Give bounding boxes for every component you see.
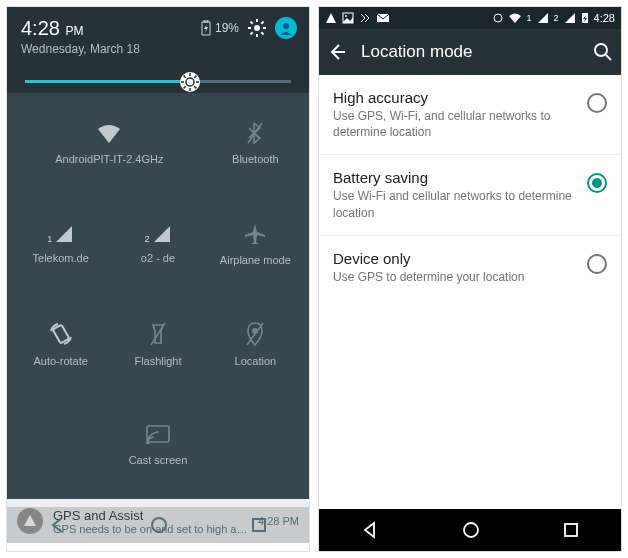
brightness-slider[interactable] <box>25 80 291 83</box>
time-value: 4:28 <box>21 17 60 39</box>
nav-home-icon[interactable] <box>461 520 481 540</box>
notification-shade: 4:28 PM Wednesday, March 18 19% <box>7 7 309 499</box>
flashlight-off-icon <box>149 321 167 347</box>
nav-back-icon[interactable] <box>360 520 380 540</box>
vibrate-icon <box>493 13 503 23</box>
settings-gear-icon[interactable] <box>247 18 267 38</box>
svg-point-0 <box>254 25 260 31</box>
search-icon[interactable] <box>593 42 613 62</box>
sim2-index: 2 <box>144 234 149 244</box>
tile-location-label: Location <box>235 355 277 367</box>
tile-cast[interactable]: Cast screen <box>110 401 205 489</box>
svg-rect-37 <box>565 524 577 536</box>
nfc-icon <box>359 12 371 24</box>
tile-bluetooth[interactable]: Bluetooth <box>208 99 303 187</box>
nav-recent-icon[interactable] <box>562 521 580 539</box>
svg-rect-28 <box>253 519 265 531</box>
time-display: 4:28 PM <box>21 17 201 40</box>
phone-quick-settings: 4:28 PM Wednesday, March 18 19% <box>6 6 310 552</box>
shade-header: 4:28 PM Wednesday, March 18 19% <box>7 7 309 62</box>
tile-autorotate-label: Auto-rotate <box>33 355 87 367</box>
clock-block[interactable]: 4:28 PM Wednesday, March 18 <box>21 17 201 56</box>
svg-line-5 <box>251 22 253 24</box>
signal-icon <box>537 12 549 24</box>
quick-settings-tiles: AndroidPIT-IT-2.4GHz Bluetooth 1 Telekom… <box>7 93 309 499</box>
svg-line-6 <box>261 32 263 34</box>
status-time: 4:28 <box>594 12 615 24</box>
date-display: Wednesday, March 18 <box>21 42 201 56</box>
svg-point-9 <box>283 23 289 29</box>
nav-recent-icon[interactable] <box>251 517 267 533</box>
radio-icon[interactable] <box>587 93 607 113</box>
notification-card[interactable]: GPS and Assist GPS needs to be on and se… <box>7 499 309 543</box>
location-off-icon <box>245 321 265 347</box>
signal-icon <box>152 224 172 244</box>
back-arrow-icon[interactable] <box>327 42 347 62</box>
bluetooth-off-icon <box>246 121 264 145</box>
option-subtitle: Use GPS to determine your location <box>333 269 575 285</box>
sim1-label: 1 <box>527 13 532 23</box>
wifi-icon <box>508 12 522 24</box>
tile-flashlight[interactable]: Flashlight <box>110 300 205 388</box>
status-bar: 1 2 4:28 <box>319 7 621 29</box>
signal-icon <box>564 12 576 24</box>
time-ampm: PM <box>66 24 84 38</box>
option-high-accuracy[interactable]: High accuracy Use GPS, Wi-Fi, and cellul… <box>319 75 621 155</box>
radio-icon[interactable] <box>587 254 607 274</box>
autorotate-icon <box>48 321 74 347</box>
user-avatar-icon[interactable] <box>275 17 297 39</box>
signal-icon <box>54 224 74 244</box>
app-bar: Location mode <box>319 29 621 75</box>
tile-sim2-label: o2 - de <box>141 252 175 264</box>
tile-airplane-label: Airplane mode <box>220 254 291 266</box>
tile-sim1-label: Telekom.de <box>33 252 89 264</box>
svg-rect-25 <box>147 426 169 442</box>
svg-point-26 <box>147 441 150 444</box>
tile-sim1[interactable]: 1 Telekom.de <box>13 200 108 288</box>
sim1-index: 1 <box>47 234 52 244</box>
tile-cast-label: Cast screen <box>129 454 188 466</box>
battery-charging-icon <box>201 20 211 36</box>
svg-point-30 <box>345 15 347 17</box>
svg-point-27 <box>152 518 166 532</box>
location-mode-list: High accuracy Use GPS, Wi-Fi, and cellul… <box>319 75 621 299</box>
tile-flashlight-label: Flashlight <box>134 355 181 367</box>
tile-airplane[interactable]: Airplane mode <box>208 200 303 288</box>
svg-point-36 <box>464 523 478 537</box>
nav-back-icon[interactable] <box>49 516 67 534</box>
phone-location-settings: 1 2 4:28 Location mode High accuracy Use… <box>318 6 622 552</box>
tile-sim2[interactable]: 2 o2 - de <box>110 200 205 288</box>
warning-icon <box>325 12 337 24</box>
mail-icon <box>376 12 390 24</box>
brightness-thumb-icon[interactable] <box>179 71 201 97</box>
svg-line-7 <box>251 32 253 34</box>
radio-selected-icon[interactable] <box>587 173 607 193</box>
wifi-icon <box>96 123 122 145</box>
option-device-only[interactable]: Device only Use GPS to determine your lo… <box>319 236 621 299</box>
app-bar-title: Location mode <box>361 42 579 62</box>
battery-percentage: 19% <box>215 21 239 35</box>
option-title: Device only <box>333 250 575 267</box>
brightness-fill <box>25 80 190 83</box>
svg-rect-21 <box>52 325 69 344</box>
tile-location[interactable]: Location <box>208 300 303 388</box>
option-subtitle: Use GPS, Wi-Fi, and cellular networks to… <box>333 108 575 140</box>
nav-home-icon[interactable] <box>150 516 168 534</box>
shade-status-icons: 19% <box>201 17 297 39</box>
system-navbar <box>7 507 309 543</box>
svg-point-32 <box>494 14 502 22</box>
option-title: Battery saving <box>333 169 575 186</box>
svg-point-34 <box>595 44 607 56</box>
svg-line-20 <box>248 123 262 143</box>
option-title: High accuracy <box>333 89 575 106</box>
image-icon <box>342 12 354 24</box>
tile-autorotate[interactable]: Auto-rotate <box>13 300 108 388</box>
cast-icon <box>145 424 171 446</box>
option-subtitle: Use Wi-Fi and cellular networks to deter… <box>333 188 575 220</box>
tile-bluetooth-label: Bluetooth <box>232 153 278 165</box>
tile-wifi[interactable]: AndroidPIT-IT-2.4GHz <box>13 99 206 187</box>
svg-line-8 <box>261 22 263 24</box>
option-battery-saving[interactable]: Battery saving Use Wi-Fi and cellular ne… <box>319 155 621 235</box>
battery-charging-icon <box>581 12 589 24</box>
system-navbar <box>319 509 621 551</box>
